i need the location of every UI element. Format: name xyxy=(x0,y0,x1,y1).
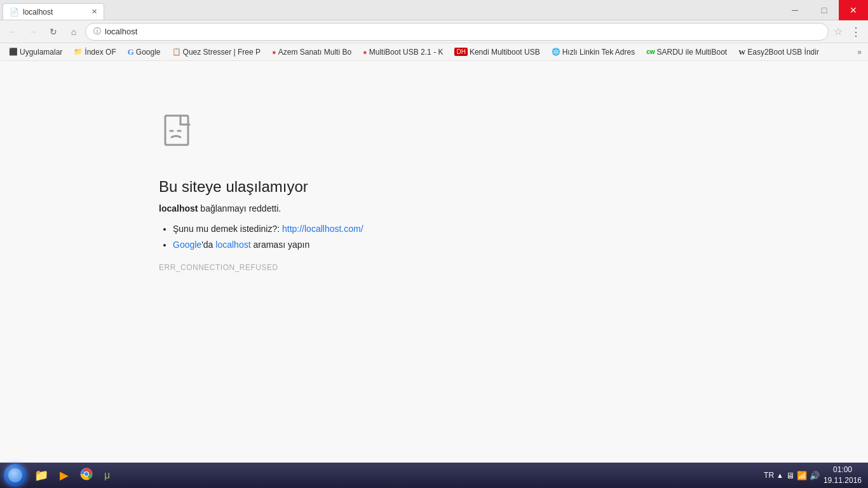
bookmark-sardu[interactable]: cw SARDU ile MultiBoot xyxy=(641,46,732,58)
error-desc-suffix: bağlanmayı reddetti. xyxy=(198,203,281,214)
tab-close-button[interactable]: ✕ xyxy=(92,8,97,16)
svg-rect-0 xyxy=(165,116,188,145)
bookmark-azem-label: Azem Sanatı Multi Bo xyxy=(278,48,351,57)
utorrent-icon: μ xyxy=(104,470,110,481)
taskbar: 📁 ▶ μ TR ▲ 🖥 📶 🔊 01:00 xyxy=(0,463,868,488)
bookmark-hizli-label: Hızlı Linkin Tek Adres xyxy=(562,48,635,57)
maximize-button[interactable]: □ xyxy=(810,0,839,20)
error-suggestion-2: Google'da localhost araması yapın xyxy=(173,237,363,253)
active-tab[interactable]: 📄 localhost ✕ xyxy=(3,3,104,20)
error-host: localhost xyxy=(159,203,198,214)
bookmark-uygulamalar-icon: ⬛ xyxy=(9,48,18,56)
bookmark-multiboot-icon: ● xyxy=(363,48,367,56)
system-tray: TR ▲ 🖥 📶 🔊 01:00 19.11.2016 xyxy=(764,464,865,486)
home-button[interactable]: ⌂ xyxy=(65,23,83,41)
media-icon: ▶ xyxy=(60,468,69,482)
bookmark-quez-label: Quez Stresser | Free P xyxy=(183,48,261,57)
bookmark-uygulamalar[interactable]: ⬛ Uygulamalar xyxy=(4,46,67,58)
tab-title: localhost xyxy=(23,8,53,17)
tray-icons: TR ▲ 🖥 📶 🔊 xyxy=(764,471,820,480)
error-suggestion-1: Şunu mu demek istediniz?: http://locallh… xyxy=(173,221,363,237)
bookmark-hizli-icon: 🌐 xyxy=(552,48,560,56)
bookmark-index-icon: 📁 xyxy=(74,48,83,56)
start-orb xyxy=(4,464,27,487)
bookmark-uygulamalar-label: Uygulamalar xyxy=(20,48,62,57)
explorer-icon: 📁 xyxy=(34,468,48,482)
window-controls: ─ □ ✕ xyxy=(780,0,868,20)
bookmark-sardu-icon: cw xyxy=(646,48,654,55)
clock-date: 19.11.2016 xyxy=(824,475,862,486)
bookmark-azem-icon: ● xyxy=(272,48,276,56)
bookmark-quez[interactable]: 📋 Quez Stresser | Free P xyxy=(167,46,266,58)
error-page: Bu siteye ulaşılamıyor localhost bağlanm… xyxy=(0,61,868,463)
bookmark-google-icon: G xyxy=(128,47,134,57)
minimize-button[interactable]: ─ xyxy=(780,0,810,20)
suggestion-2-end: araması yapın xyxy=(251,240,310,250)
close-button[interactable]: ✕ xyxy=(839,0,868,20)
url-input[interactable] xyxy=(105,27,820,36)
clock-time: 01:00 xyxy=(824,464,862,475)
bookmark-kendi-icon: DH xyxy=(454,48,467,56)
forward-button[interactable]: → xyxy=(24,23,42,41)
tray-network-icon: 🖥 xyxy=(786,471,794,480)
bookmark-kendi[interactable]: DH Kendi Multiboot USB xyxy=(449,46,545,58)
chrome-icon xyxy=(80,468,93,484)
security-icon: ⓘ xyxy=(93,26,101,37)
bookmark-easy2boot[interactable]: W Easy2Boot USB İndir xyxy=(733,46,824,58)
browser-toolbar: ← → ↻ ⌂ ⓘ ☆ ⋮ xyxy=(0,20,868,43)
bookmark-easy2boot-label: Easy2Boot USB İndir xyxy=(747,48,819,57)
suggestion-2-da: 'da xyxy=(201,240,215,250)
error-code: ERR_CONNECTION_REFUSED xyxy=(159,263,278,272)
reload-button[interactable]: ↻ xyxy=(44,23,62,41)
bookmark-google-label: Google xyxy=(136,48,161,57)
titlebar: 📄 localhost ✕ ─ □ ✕ xyxy=(0,0,868,20)
tab-area: 📄 localhost ✕ xyxy=(0,0,104,20)
error-title: Bu siteye ulaşılamıyor xyxy=(159,178,308,196)
svg-point-5 xyxy=(85,472,88,476)
bookmark-index-label: İndex OF xyxy=(85,48,116,57)
bookmark-index-of[interactable]: 📁 İndex OF xyxy=(69,46,121,58)
bookmarks-bar: ⬛ Uygulamalar 📁 İndex OF G Google 📋 Quez… xyxy=(0,43,868,61)
chrome-menu-button[interactable]: ⋮ xyxy=(848,25,864,39)
error-suggestions: Şunu mu demek istediniz?: http://locallh… xyxy=(159,221,363,253)
bookmark-easy2boot-icon: W xyxy=(738,48,745,56)
tray-arrow[interactable]: ▲ xyxy=(776,471,783,479)
tray-volume-icon: 🔊 xyxy=(810,471,820,480)
back-button[interactable]: ← xyxy=(4,23,22,41)
bookmark-quez-icon: 📋 xyxy=(172,48,181,56)
bookmark-multiboot[interactable]: ● MultiBoot USB 2.1 - K xyxy=(358,46,448,58)
taskbar-explorer[interactable]: 📁 xyxy=(29,464,53,486)
taskbar-utorrent[interactable]: μ xyxy=(99,464,115,486)
suggestion-1-text: Şunu mu demek istediniz?: xyxy=(173,224,280,234)
bookmark-sardu-label: SARDU ile MultiBoot xyxy=(657,48,728,57)
taskbar-chrome[interactable] xyxy=(75,464,98,486)
bookmarks-more-button[interactable]: » xyxy=(855,46,864,58)
taskbar-media[interactable]: ▶ xyxy=(55,464,74,486)
bookmark-kendi-label: Kendi Multiboot USB xyxy=(470,48,540,57)
error-description: localhost bağlanmayı reddetti. xyxy=(159,203,281,214)
address-bar: ⓘ xyxy=(85,23,829,41)
bookmark-multiboot-label: MultiBoot USB 2.1 - K xyxy=(369,48,444,57)
clock: 01:00 19.11.2016 xyxy=(824,464,862,486)
suggestion-2-localhost-link[interactable]: localhost xyxy=(215,240,250,250)
suggestion-1-link[interactable]: http://locallhost.com/ xyxy=(282,224,363,234)
bookmark-star-icon[interactable]: ☆ xyxy=(831,25,845,37)
suggestion-2-google-link[interactable]: Google xyxy=(173,240,201,250)
tab-favicon: 📄 xyxy=(10,8,19,17)
tray-lang: TR xyxy=(764,471,774,480)
bookmark-azem[interactable]: ● Azem Sanatı Multi Bo xyxy=(267,46,356,58)
start-orb-inner xyxy=(8,468,22,482)
bookmark-hizli[interactable]: 🌐 Hızlı Linkin Tek Adres xyxy=(546,46,641,58)
bookmark-google[interactable]: G Google xyxy=(123,46,166,58)
start-button[interactable] xyxy=(3,464,28,487)
tray-signal-icon: 📶 xyxy=(797,471,807,480)
error-icon xyxy=(159,112,200,159)
